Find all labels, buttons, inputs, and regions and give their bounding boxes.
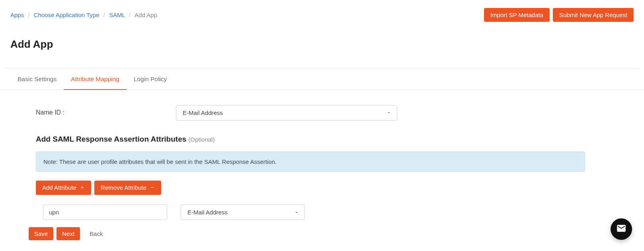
back-button[interactable]: Back	[87, 230, 105, 237]
save-button[interactable]: Save	[29, 227, 53, 240]
attribute-key-input[interactable]	[43, 204, 167, 220]
breadcrumb-apps[interactable]: Apps	[10, 12, 24, 18]
name-id-label: Name ID :	[36, 109, 176, 116]
section-optional: (Optional)	[189, 136, 215, 143]
next-button[interactable]: Next	[57, 227, 80, 240]
mail-icon	[616, 223, 626, 235]
note-box: Note: These are user profile attributes …	[36, 152, 585, 172]
breadcrumb-sep: /	[103, 12, 105, 18]
tab-login-policy[interactable]: Login Policy	[127, 68, 174, 90]
add-attribute-button[interactable]: Add Attribute	[36, 181, 91, 195]
section-heading-text: Add SAML Response Assertion Attributes	[36, 135, 189, 143]
minus-icon	[150, 185, 155, 191]
tab-basic-settings[interactable]: Basic Settings	[10, 68, 64, 90]
breadcrumb-current: Add App	[135, 12, 157, 18]
chat-fab[interactable]	[611, 218, 632, 240]
name-id-select[interactable]: E-Mail Address	[176, 105, 397, 121]
breadcrumb-choose-type[interactable]: Choose Application Type	[34, 12, 100, 18]
breadcrumb-saml[interactable]: SAML	[109, 12, 125, 18]
tab-attribute-mapping[interactable]: Attribute Mapping	[64, 68, 127, 90]
remove-attribute-button[interactable]: Remove Attribute	[94, 181, 161, 195]
submit-new-app-request-button[interactable]: Submit New App Request	[553, 8, 634, 22]
breadcrumb: Apps / Choose Application Type / SAML / …	[10, 12, 157, 18]
add-attribute-label: Add Attribute	[42, 184, 76, 191]
remove-attribute-label: Remove Attribute	[101, 184, 146, 191]
plus-icon	[80, 185, 85, 191]
section-heading: Add SAML Response Assertion Attributes (…	[36, 135, 634, 144]
import-sp-metadata-button[interactable]: Import SP Metadata	[484, 8, 550, 22]
page-title: Add App	[0, 33, 644, 61]
tabs: Basic Settings Attribute Mapping Login P…	[0, 68, 644, 90]
attribute-row: E-Mail Address	[43, 204, 634, 220]
breadcrumb-sep: /	[28, 12, 29, 18]
breadcrumb-sep: /	[129, 12, 131, 18]
attribute-value-select[interactable]: E-Mail Address	[181, 204, 305, 220]
